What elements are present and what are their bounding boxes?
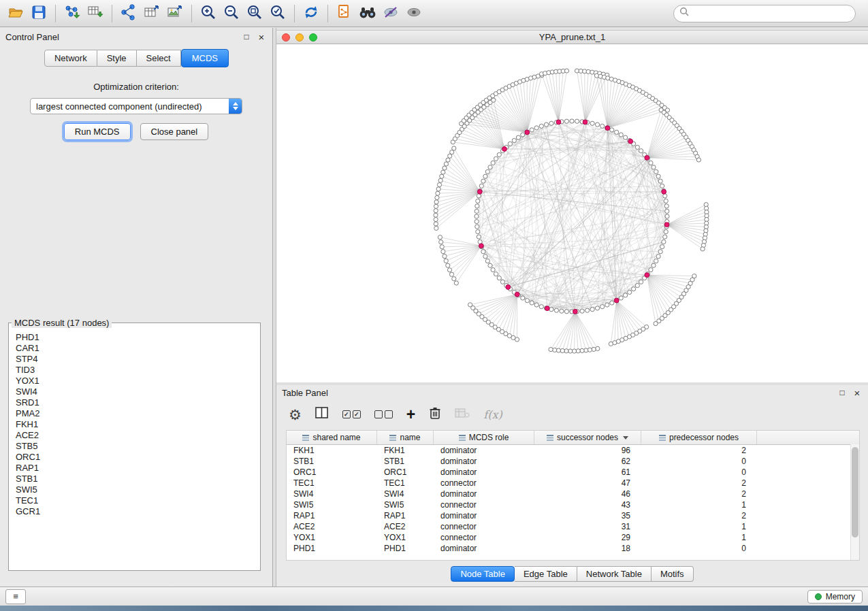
result-item[interactable]: SWI4 xyxy=(16,386,253,397)
float-panel-icon[interactable]: □ xyxy=(241,31,252,42)
task-history-button[interactable]: ≡ xyxy=(5,589,26,604)
tab-select[interactable]: Select xyxy=(137,50,181,67)
result-item[interactable]: STP4 xyxy=(16,354,253,365)
result-item[interactable]: GCR1 xyxy=(16,506,253,517)
table-row[interactable]: RAP1RAP1dominator352 xyxy=(287,510,859,521)
close-panel-icon[interactable]: × xyxy=(256,31,267,42)
table-row[interactable]: FKH1FKH1dominator962 xyxy=(287,445,859,456)
result-item[interactable]: PHD1 xyxy=(16,332,253,343)
control-panel-header: Control Panel □ × xyxy=(0,28,272,46)
tab-node-table[interactable]: Node Table xyxy=(451,566,515,582)
delete-button[interactable] xyxy=(429,406,441,423)
table-row[interactable]: ACE2ACE2connector311 xyxy=(287,521,859,532)
open-file-button[interactable] xyxy=(4,3,27,24)
result-item[interactable]: ORC1 xyxy=(16,452,253,463)
table-cell: TEC1 xyxy=(287,478,377,489)
table-cell: connector xyxy=(434,499,534,510)
mcds-result-title: MCDS result (17 nodes) xyxy=(12,318,112,328)
table-row[interactable]: YOX1YOX1connector291 xyxy=(287,532,859,543)
tab-mcds[interactable]: MCDS xyxy=(181,49,229,67)
column-header-mcds-role[interactable]: MCDS role xyxy=(434,431,534,444)
result-item[interactable]: RAP1 xyxy=(16,463,253,474)
eye-icon xyxy=(405,3,423,24)
save-session-button[interactable] xyxy=(27,3,50,24)
network-view-window: YPA_prune.txt_1 xyxy=(276,28,868,382)
search-input[interactable] xyxy=(693,8,850,19)
result-item[interactable]: STB5 xyxy=(16,441,253,452)
table-cell: 0 xyxy=(641,467,757,478)
attribute-icon xyxy=(459,435,466,441)
column-selector-button[interactable] xyxy=(315,406,329,423)
add-row-button[interactable]: + xyxy=(406,406,415,423)
scrollbar-thumb[interactable] xyxy=(852,447,858,538)
result-item[interactable]: STB1 xyxy=(16,474,253,484)
zoom-in-button[interactable] xyxy=(197,3,220,24)
import-table-file-button[interactable] xyxy=(84,3,107,24)
function-builder-button: f(x) xyxy=(483,406,502,423)
table-cell: 2 xyxy=(641,489,757,499)
column-header-successor-nodes[interactable]: successor nodes xyxy=(534,431,641,444)
network-canvas[interactable] xyxy=(276,44,868,383)
mcds-result-list[interactable]: PHD1CAR1STP4TID3YOX1SWI4SRD1PMA2FKH1ACE2… xyxy=(10,329,259,569)
toolbar-search[interactable] xyxy=(673,5,856,22)
column-header-name[interactable]: name xyxy=(377,431,434,444)
tab-motifs[interactable]: Motifs xyxy=(652,566,694,582)
tab-network[interactable]: Network xyxy=(44,50,97,67)
select-all-button[interactable]: ✓✓ xyxy=(342,406,361,423)
table-row[interactable]: SWI5SWI5connector431 xyxy=(287,499,859,510)
table-scrollbar[interactable] xyxy=(850,444,859,560)
share-document-button[interactable] xyxy=(333,3,356,24)
result-item[interactable]: CAR1 xyxy=(16,343,253,354)
table-cell: ORC1 xyxy=(287,467,377,478)
result-item[interactable]: SWI5 xyxy=(16,484,253,495)
result-item[interactable]: SRD1 xyxy=(16,397,253,408)
hamburger-icon: ≡ xyxy=(13,591,18,601)
deselect-all-button[interactable] xyxy=(374,406,393,423)
table-row[interactable]: TEC1TEC1connector472 xyxy=(287,478,859,489)
table-cell: ACE2 xyxy=(287,521,377,532)
search-network-button[interactable] xyxy=(356,3,379,24)
result-item[interactable]: TEC1 xyxy=(16,495,253,506)
column-header-predecessor-nodes[interactable]: predecessor nodes xyxy=(641,431,757,444)
tab-network-table[interactable]: Network Table xyxy=(577,566,652,582)
table-row[interactable]: ORC1ORC1dominator610 xyxy=(287,467,859,478)
zoom-out-button[interactable] xyxy=(220,3,243,24)
table-cell: 0 xyxy=(641,543,757,554)
column-header-shared-name[interactable]: shared name xyxy=(287,431,377,444)
table-row[interactable]: PHD1PHD1dominator180 xyxy=(287,543,859,554)
result-item[interactable]: FKH1 xyxy=(16,419,253,430)
toolbar-separator xyxy=(327,5,328,22)
function-builder-icon: f(x) xyxy=(483,408,502,421)
export-table-button[interactable] xyxy=(140,3,163,24)
tab-style[interactable]: Style xyxy=(97,50,137,67)
table-cell xyxy=(757,456,859,467)
table-row[interactable]: STB1STB1dominator620 xyxy=(287,456,859,467)
memory-button[interactable]: Memory xyxy=(807,590,863,604)
show-graphics-button[interactable] xyxy=(402,3,425,24)
column-selector-icon xyxy=(315,407,329,422)
tab-edge-table[interactable]: Edge Table xyxy=(515,566,577,582)
export-image-button[interactable] xyxy=(163,3,187,24)
import-table-disabled-button xyxy=(455,406,470,423)
float-panel-icon[interactable]: □ xyxy=(837,387,848,398)
settings-gear-button[interactable]: ⚙ xyxy=(289,406,302,423)
result-item[interactable]: YOX1 xyxy=(16,376,253,386)
close-panel-icon[interactable]: × xyxy=(852,387,863,398)
import-network-file-button[interactable] xyxy=(61,3,84,24)
result-item[interactable]: ACE2 xyxy=(16,430,253,441)
table-cell: 1 xyxy=(641,499,757,510)
result-item[interactable]: PMA2 xyxy=(16,408,253,419)
run-mcds-button[interactable]: Run MCDS xyxy=(64,123,131,140)
zoom-fit-button[interactable] xyxy=(243,3,266,24)
network-graph[interactable] xyxy=(276,44,868,383)
table-tabs: Node TableEdge TableNetwork TableMotifs xyxy=(276,566,868,582)
new-network-button[interactable] xyxy=(117,3,140,24)
criterion-dropdown[interactable]: largest connected component (undirected) xyxy=(30,98,242,114)
table-cell: RAP1 xyxy=(287,510,377,521)
refresh-button[interactable] xyxy=(300,3,323,24)
close-panel-button[interactable]: Close panel xyxy=(140,123,209,140)
result-item[interactable]: TID3 xyxy=(16,365,253,376)
table-row[interactable]: SWI4SWI4dominator462 xyxy=(287,489,859,499)
hide-graphics-button[interactable] xyxy=(379,3,402,24)
zoom-selected-button[interactable] xyxy=(266,3,289,24)
